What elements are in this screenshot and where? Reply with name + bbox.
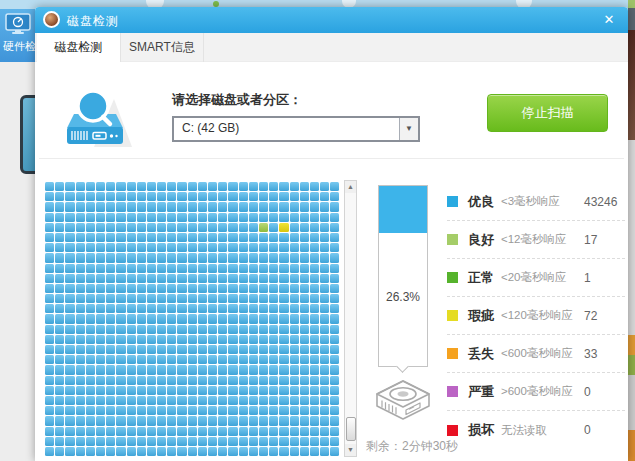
sector-cell: [177, 437, 186, 446]
sector-cell: [320, 304, 329, 313]
sector-cell: [157, 335, 166, 344]
sector-cell: [188, 386, 197, 395]
sector-cell: [259, 304, 268, 313]
legend-swatch: [447, 425, 458, 436]
background-tab-hardware[interactable]: 硬件检: [0, 9, 35, 62]
sector-cell: [239, 294, 248, 303]
sector-cell: [65, 253, 74, 262]
sector-cell: [218, 223, 227, 232]
sector-cell: [188, 284, 197, 293]
sector-cell: [269, 264, 278, 273]
sector-cell: [76, 355, 85, 364]
sector-cell: [208, 223, 217, 232]
sector-cell: [55, 243, 64, 252]
sector-cell: [127, 406, 136, 415]
sector-cell: [86, 253, 95, 262]
sector-cell: [218, 182, 227, 191]
sector-cell: [157, 233, 166, 242]
sector-cell: [239, 284, 248, 293]
disk-select[interactable]: C: (42 GB) ▼: [172, 116, 420, 142]
sector-cell: [208, 376, 217, 385]
legend-row: 良好 <12毫秒响应 17: [447, 221, 625, 259]
sector-cell: [157, 284, 166, 293]
sector-cell: [228, 325, 237, 334]
sector-cell: [167, 386, 176, 395]
grid-scrollbar[interactable]: ▲ ▼: [344, 180, 357, 457]
stop-scan-button[interactable]: 停止扫描: [487, 94, 608, 132]
sector-cell: [157, 274, 166, 283]
sector-cell: [157, 294, 166, 303]
sector-cell: [300, 365, 309, 374]
sector-cell: [127, 223, 136, 232]
sector-cell: [310, 213, 319, 222]
chevron-down-icon[interactable]: ▼: [399, 118, 418, 140]
sector-cell: [198, 376, 207, 385]
sector-cell: [300, 233, 309, 242]
sector-cell: [137, 365, 146, 374]
sector-cell: [218, 396, 227, 405]
close-icon[interactable]: ✕: [601, 12, 617, 28]
sector-cell: [137, 264, 146, 273]
sector-cell: [330, 243, 339, 252]
sector-cell: [208, 213, 217, 222]
scroll-down-icon[interactable]: ▼: [345, 444, 356, 456]
sector-cell: [157, 406, 166, 415]
sector-cell: [269, 192, 278, 201]
sector-cell: [137, 437, 146, 446]
legend-desc: 无法读取: [501, 423, 584, 438]
sector-cell: [86, 416, 95, 425]
tab-smart-info[interactable]: SMART信息: [120, 33, 204, 62]
scrollbar-thumb[interactable]: [346, 417, 356, 441]
sector-cell: [198, 314, 207, 323]
sector-cell: [106, 386, 115, 395]
sector-cell: [127, 284, 136, 293]
sector-cell: [177, 314, 186, 323]
sector-cell: [208, 335, 217, 344]
sector-cell: [249, 182, 258, 191]
sector-cell: [269, 335, 278, 344]
sector-cell: [86, 376, 95, 385]
sector-cell: [228, 274, 237, 283]
legend-row: 瑕疵 <120毫秒响应 72: [447, 297, 625, 335]
sector-cell: [137, 294, 146, 303]
sector-cell: [259, 243, 268, 252]
sector-cell: [290, 213, 299, 222]
sector-cell: [320, 376, 329, 385]
sector-cell: [188, 304, 197, 313]
sector-cell: [188, 182, 197, 191]
sector-cell: [249, 325, 258, 334]
sector-cell: [228, 182, 237, 191]
legend-label: 瑕疵: [468, 307, 501, 325]
sector-cell: [228, 416, 237, 425]
sector-cell: [65, 406, 74, 415]
sector-cell: [310, 325, 319, 334]
sector-cell: [96, 253, 105, 262]
legend-swatch: [447, 234, 458, 245]
legend-swatch: [447, 196, 458, 207]
sector-cell: [320, 284, 329, 293]
sector-cell: [249, 192, 258, 201]
sector-cell: [208, 396, 217, 405]
sector-cell: [96, 304, 105, 313]
legend-desc: <12毫秒响应: [501, 232, 584, 247]
sector-cell: [106, 437, 115, 446]
sector-cell: [167, 243, 176, 252]
sector-cell: [228, 396, 237, 405]
sector-cell: [279, 386, 288, 395]
sector-cell: [188, 314, 197, 323]
sector-cell: [106, 406, 115, 415]
sector-cell: [330, 386, 339, 395]
sector-cell: [249, 345, 258, 354]
legend-row: 损坏 无法读取 0: [447, 411, 625, 449]
sector-cell: [198, 264, 207, 273]
sector-cell: [167, 274, 176, 283]
scroll-up-icon[interactable]: ▲: [345, 181, 356, 193]
sector-cell: [157, 365, 166, 374]
sector-cell: [65, 192, 74, 201]
sector-cell: [147, 437, 156, 446]
tab-disk-check[interactable]: 磁盘检测: [37, 33, 120, 63]
sector-cell: [320, 406, 329, 415]
sector-cell: [269, 437, 278, 446]
sector-cell: [188, 396, 197, 405]
sector-cell: [65, 416, 74, 425]
